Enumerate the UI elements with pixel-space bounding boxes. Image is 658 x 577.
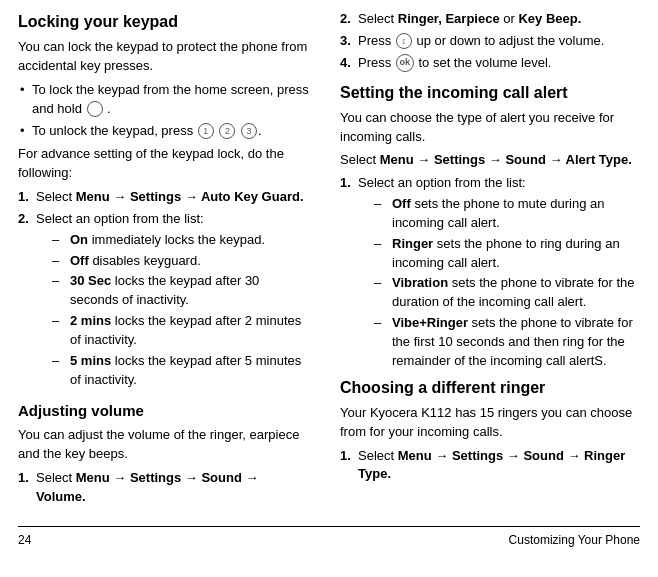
alert-subitems: Off sets the phone to mute during an inc… (372, 195, 640, 371)
incoming-call-intro: You can choose the type of alert you rec… (340, 109, 640, 147)
ringer-bold: Ringer, Earpiece (398, 11, 500, 26)
adjusting-volume-intro: You can adjust the volume of the ringer,… (18, 426, 310, 464)
alert-vibration-bold: Vibration (392, 275, 448, 290)
step1-bold: Menu → Settings → Auto Key Guard. (76, 189, 304, 204)
right-step-4: Press ok to set the volume level. (340, 54, 640, 73)
footer-label: Customizing Your Phone (509, 532, 640, 549)
left-heading: Locking your keypad (18, 10, 310, 33)
alert-off-bold: Off (392, 196, 411, 211)
incoming-call-heading: Setting the incoming call alert (340, 81, 640, 104)
left-column: Locking your keypad You can lock the key… (18, 10, 328, 512)
left-step-1: Select Menu → Settings → Auto Key Guard. (18, 188, 310, 207)
30sec-bold: 30 Sec (70, 273, 111, 288)
subitem-on: On immediately locks the keypad. (50, 231, 310, 250)
key-icon-2: 2 (219, 123, 235, 139)
home-icon (87, 101, 103, 117)
select-alert-type: Select Menu → Settings → Sound → Alert T… (340, 151, 640, 170)
5mins-bold: 5 mins (70, 353, 111, 368)
alert-step-1: Select an option from the list: Off sets… (340, 174, 640, 370)
subitem-30sec: 30 Sec locks the keypad after 30 seconds… (50, 272, 310, 310)
right-column: Select Ringer, Earpiece or Key Beep. Pre… (328, 10, 640, 512)
subitem-5mins: 5 mins locks the keypad after 5 minutes … (50, 352, 310, 390)
right-volume-steps: Select Ringer, Earpiece or Key Beep. Pre… (340, 10, 640, 73)
vol-step1-bold: Menu → Settings → Sound → Volume. (36, 470, 258, 504)
keybeep-bold: Key Beep. (518, 11, 581, 26)
alert-off: Off sets the phone to mute during an inc… (372, 195, 640, 233)
alert-vibration: Vibration sets the phone to vibrate for … (372, 274, 640, 312)
subitem-off: Off disables keyguard. (50, 252, 310, 271)
ringer-steps: Select Menu → Settings → Sound → Ringer … (340, 447, 640, 485)
right-step-3: Press ↕ up or down to adjust the volume. (340, 32, 640, 51)
page-footer: 24 Customizing Your Phone (18, 526, 640, 549)
ringer-step1-text: Select Menu → Settings → Sound → Ringer … (358, 448, 625, 482)
subitem-2mins: 2 mins locks the keypad after 2 minutes … (50, 312, 310, 350)
2mins-bold: 2 mins (70, 313, 111, 328)
vol-step-1: Select Menu → Settings → Sound → Volume. (18, 469, 310, 507)
up-down-icon: ↕ (396, 33, 412, 49)
off-bold: Off (70, 253, 89, 268)
left-subitems: On immediately locks the keypad. Off dis… (50, 231, 310, 390)
two-column-layout: Locking your keypad You can lock the key… (18, 10, 640, 512)
left-steps: Select Menu → Settings → Auto Key Guard.… (18, 188, 310, 389)
step1-text: Select Menu → Settings → Auto Key Guard. (36, 189, 304, 204)
bullet-text-2: To unlock the keypad, press 1 2 3. (32, 123, 262, 138)
alert-ringer: Ringer sets the phone to ring during an … (372, 235, 640, 273)
ok-icon: ok (396, 54, 414, 72)
bullet-text-1: To lock the keypad from the home screen,… (32, 82, 309, 116)
key-icon-3: 3 (241, 123, 257, 139)
right-step-2: Select Ringer, Earpiece or Key Beep. (340, 10, 640, 29)
vol-step1-text: Select Menu → Settings → Sound → Volume. (36, 470, 258, 504)
for-advance-text: For advance setting of the keypad lock, … (18, 145, 310, 183)
bullet-item-1: To lock the keypad from the home screen,… (18, 81, 310, 119)
right-step4-text: Press ok to set the volume level. (358, 55, 551, 70)
left-step-2: Select an option from the list: On immed… (18, 210, 310, 390)
alert-steps: Select an option from the list: Off sets… (340, 174, 640, 370)
bullet-item-2: To unlock the keypad, press 1 2 3. (18, 122, 310, 141)
page: Locking your keypad You can lock the key… (0, 0, 658, 559)
left-intro: You can lock the keypad to protect the p… (18, 38, 310, 76)
footer-page-number: 24 (18, 532, 31, 549)
step2-text: Select an option from the list: (36, 211, 204, 226)
different-ringer-intro: Your Kyocera K112 has 15 ringers you can… (340, 404, 640, 442)
adjusting-volume-heading: Adjusting volume (18, 400, 310, 422)
alert-type-bold: Menu → Settings → Sound → Alert Type. (380, 152, 632, 167)
ringer-type-bold: Menu → Settings → Sound → Ringer Type. (358, 448, 625, 482)
alert-ringer-bold: Ringer (392, 236, 433, 251)
different-ringer-heading: Choosing a different ringer (340, 376, 640, 399)
right-step2-text: Select Ringer, Earpiece or Key Beep. (358, 11, 581, 26)
bullet-list: To lock the keypad from the home screen,… (18, 81, 310, 141)
key-icon-1: 1 (198, 123, 214, 139)
left-steps2: Select Menu → Settings → Sound → Volume. (18, 469, 310, 507)
alert-vibe-ringer: Vibe+Ringer sets the phone to vibrate fo… (372, 314, 640, 371)
on-bold: On (70, 232, 88, 247)
ringer-step-1: Select Menu → Settings → Sound → Ringer … (340, 447, 640, 485)
right-step3-text: Press ↕ up or down to adjust the volume. (358, 33, 604, 48)
alert-step1-text: Select an option from the list: (358, 175, 526, 190)
alert-vibe-ringer-bold: Vibe+Ringer (392, 315, 468, 330)
